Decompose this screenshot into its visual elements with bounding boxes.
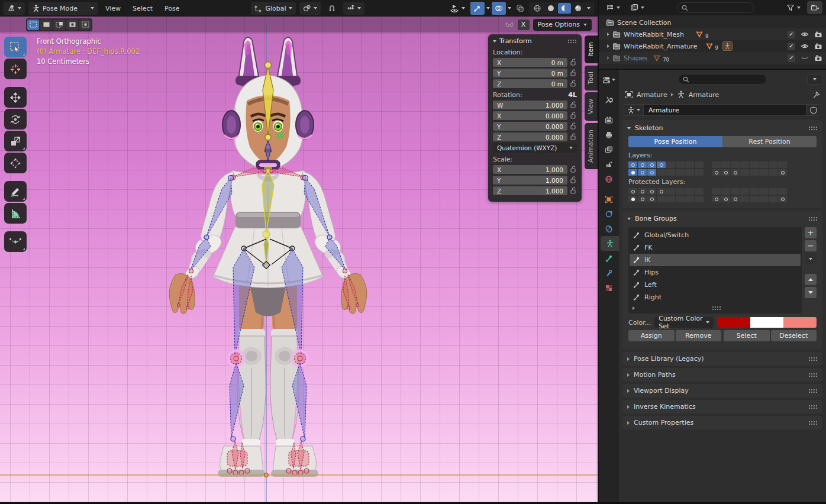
panel-pose-library[interactable]: Pose Library (Legacy): [622, 352, 822, 366]
bone-layer-cell[interactable]: [657, 161, 666, 168]
bone-layer-cell[interactable]: [712, 169, 721, 176]
tab-render-properties[interactable]: [599, 112, 619, 127]
bone-layer-cell[interactable]: [731, 161, 740, 168]
tab-object-constraints[interactable]: [599, 221, 619, 236]
remove-bone-group-button[interactable]: −: [805, 240, 817, 251]
select-button[interactable]: Select: [724, 330, 770, 341]
overlays-toggle[interactable]: [492, 2, 506, 15]
bone-layer-cell[interactable]: [712, 188, 721, 195]
tool-cursor[interactable]: [4, 59, 27, 79]
tab-tool[interactable]: Tool: [585, 65, 598, 91]
shading-rendered-button[interactable]: [572, 3, 585, 14]
bone-layer-cell[interactable]: [666, 188, 675, 195]
lock-open-icon[interactable]: [570, 122, 577, 130]
scale-x-field[interactable]: X1.000: [493, 165, 567, 174]
lock-open-icon[interactable]: [570, 69, 577, 77]
disable-render-camera-icon[interactable]: [814, 42, 822, 50]
bone-layer-cell[interactable]: [638, 161, 647, 168]
rotation-z-field[interactable]: Z0.000: [493, 133, 567, 141]
breadcrumb-object[interactable]: Armature: [637, 91, 667, 99]
breadcrumb-data[interactable]: Armature: [689, 91, 719, 99]
bone-layer-cell[interactable]: [657, 169, 666, 176]
lock-open-icon[interactable]: [570, 133, 577, 141]
bone-group-item[interactable]: Right: [628, 291, 802, 303]
bone-layer-cell[interactable]: [628, 169, 637, 176]
bone-layer-cell[interactable]: [628, 196, 637, 202]
shading-solid-button[interactable]: [544, 3, 557, 14]
bone-layer-cell[interactable]: [778, 188, 787, 195]
lock-open-icon[interactable]: [570, 187, 577, 195]
hidden-eye-closed-icon[interactable]: [801, 54, 809, 62]
bone-layer-cell[interactable]: [647, 169, 656, 176]
list-resize-grip[interactable]: [712, 306, 721, 310]
assign-button[interactable]: Assign: [628, 330, 675, 341]
rotation-mode-select[interactable]: Quaternion (WXYZ): [493, 143, 577, 153]
bone-layer-cell[interactable]: [666, 161, 675, 168]
tool-select-box[interactable]: [4, 37, 27, 57]
bone-layer-cell[interactable]: [778, 196, 787, 202]
bone-layer-cell[interactable]: [695, 169, 704, 176]
tab-view[interactable]: View: [585, 92, 598, 121]
bone-layer-cell[interactable]: [638, 188, 647, 195]
rotation-x-field[interactable]: X0.000: [493, 111, 567, 120]
bone-group-item[interactable]: IK: [630, 254, 801, 266]
hide-viewport-eye-icon[interactable]: [801, 42, 809, 50]
bone-layer-cell[interactable]: [628, 161, 637, 168]
tab-object-data-properties[interactable]: [601, 236, 619, 251]
select-mode-subtract-button[interactable]: [53, 20, 65, 30]
pose-position-button[interactable]: Pose Position: [628, 136, 722, 147]
tab-view-layer-properties[interactable]: [599, 142, 619, 157]
rotation-y-field[interactable]: Y0.000: [493, 122, 567, 131]
swatch-select[interactable]: [750, 317, 783, 328]
tool-measure[interactable]: [4, 203, 27, 224]
bone-layer-cell[interactable]: [657, 188, 666, 195]
bone-layer-cell[interactable]: [759, 161, 768, 168]
bone-layer-cell[interactable]: [769, 196, 777, 202]
bone-layer-cell[interactable]: [750, 188, 759, 195]
mode-selector[interactable]: Pose Mode: [28, 2, 98, 15]
tool-pose-breakdowner[interactable]: [4, 231, 27, 252]
rotation-w-field[interactable]: W1.000: [493, 101, 567, 109]
move-group-down-button[interactable]: [805, 287, 817, 298]
bone-layer-cell[interactable]: [740, 196, 749, 202]
disable-render-camera-icon[interactable]: [814, 30, 822, 38]
bone-layer-cell[interactable]: [647, 188, 656, 195]
menu-view[interactable]: View: [101, 2, 125, 15]
shading-wireframe-button[interactable]: [531, 3, 544, 14]
bone-group-specials-button[interactable]: [805, 253, 817, 264]
bone-layer-cell[interactable]: [721, 188, 730, 195]
bone-group-item[interactable]: FK: [628, 241, 802, 254]
bone-layer-cell[interactable]: [657, 196, 666, 202]
location-z-field[interactable]: Z0 m: [493, 79, 567, 88]
tab-texture-properties[interactable]: [599, 280, 619, 295]
expander-icon[interactable]: [607, 33, 609, 36]
tab-animation[interactable]: Animation: [585, 123, 598, 169]
bone-layer-cell[interactable]: [695, 188, 704, 195]
bone-layer-cell[interactable]: [638, 196, 647, 202]
outliner-search-input[interactable]: [691, 4, 750, 11]
panel-grip[interactable]: [808, 217, 818, 221]
panel-grip[interactable]: [808, 405, 818, 409]
swatch-normal[interactable]: [717, 317, 750, 328]
tab-object-properties[interactable]: [599, 192, 619, 206]
editor-type-button[interactable]: [4, 2, 25, 15]
bone-layer-cell[interactable]: [721, 161, 730, 168]
gizmos-toggle[interactable]: [470, 2, 485, 15]
remove-button[interactable]: Remove: [676, 330, 722, 341]
bone-layer-cell[interactable]: [769, 188, 777, 195]
panel-viewport-display[interactable]: Viewport Display: [622, 384, 822, 398]
bone-layer-cell[interactable]: [676, 169, 685, 176]
outliner-row-armature[interactable]: WhiteRabbit_Armature 9 ✓: [599, 40, 826, 52]
bone-layer-cell[interactable]: [685, 188, 694, 195]
overlays-dropdown[interactable]: [508, 7, 511, 9]
outliner-filter-images[interactable]: [627, 1, 648, 14]
tab-item[interactable]: Item: [585, 35, 598, 63]
transform-orientation-selector[interactable]: Global: [251, 2, 295, 15]
bone-layer-cell[interactable]: [721, 196, 730, 202]
panel-collapse-chevron[interactable]: [627, 218, 631, 220]
menu-pose[interactable]: Pose: [160, 2, 183, 15]
bone-group-item[interactable]: Hips: [628, 266, 802, 279]
outliner-row-shapes[interactable]: Shapes 70 ✓: [599, 52, 826, 64]
selectability-checkbox[interactable]: ✓: [788, 31, 795, 38]
lock-open-icon[interactable]: [570, 166, 577, 173]
